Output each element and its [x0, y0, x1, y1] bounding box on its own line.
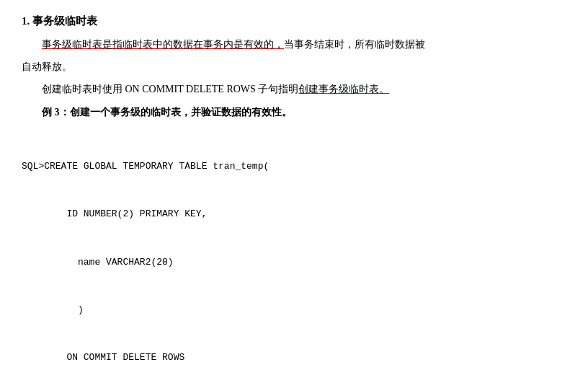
paragraph-1: 事务级临时表是指临时表中的数据在事务内是有效的，当事务结束时，所有临时数据被 [22, 35, 566, 53]
code-line-3: name VARCHAR2(20) [22, 255, 566, 270]
section-title: 1. 事务级临时表 [22, 14, 566, 28]
para1-cont-text: 自动释放。 [22, 61, 72, 72]
code-line-5: ON COMMIT DELETE ROWS [22, 350, 566, 366]
code-line-2: ID NUMBER(2) PRIMARY KEY, [22, 206, 566, 222]
para1-normal-text: 当事务结束时，所有临时数据被 [284, 39, 425, 50]
code-line-1: SQL>CREATE GLOBAL TEMPORARY TABLE tran_t… [22, 159, 566, 175]
para2-normal-text: 创建临时表时使用 ON COMMIT DELETE ROWS 子句指明 [42, 84, 298, 94]
code-line-4: ) [22, 302, 566, 318]
para1-underline-text: 事务级临时表是指临时表中的数据在事务内是有效的， [42, 39, 284, 50]
code-block: SQL>CREATE GLOBAL TEMPORARY TABLE tran_t… [22, 127, 566, 370]
paragraph-1-cont: 自动释放。 [22, 58, 566, 76]
paragraph-2: 创建临时表时使用 ON COMMIT DELETE ROWS 子句指明创建事务级… [22, 80, 566, 98]
para2-underline-text: 创建事务级临时表。 [298, 84, 389, 94]
page-content: 1. 事务级临时表 事务级临时表是指临时表中的数据在事务内是有效的，当事务结束时… [22, 14, 566, 370]
example-label: 例 3：创建一个事务级的临时表，并验证数据的有效性。 [22, 103, 566, 121]
